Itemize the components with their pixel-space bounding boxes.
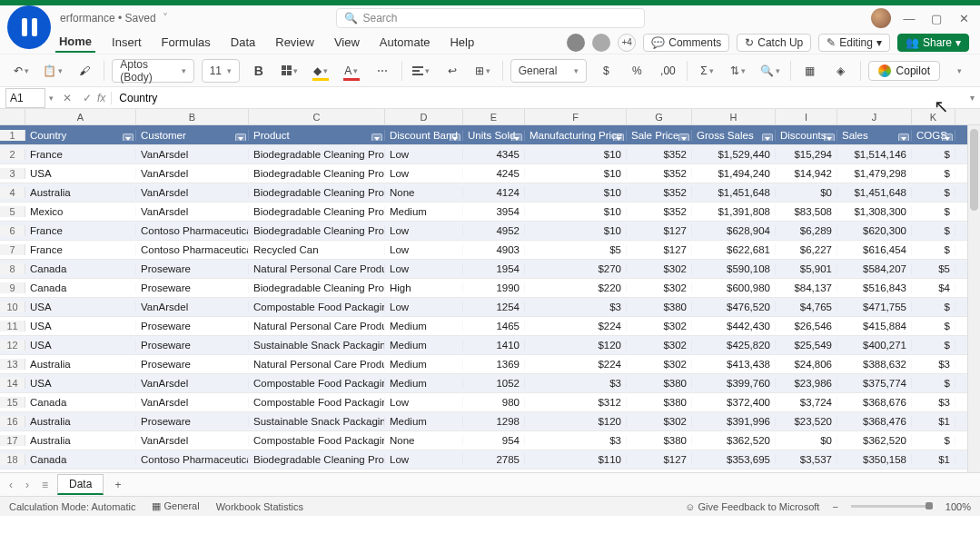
cell[interactable]: 1410 bbox=[463, 340, 525, 351]
cell[interactable]: Canada bbox=[25, 263, 136, 274]
cell[interactable]: $302 bbox=[627, 416, 692, 427]
cell[interactable]: 4903 bbox=[463, 244, 525, 255]
cell[interactable]: Compostable Food Packaging bbox=[249, 397, 385, 408]
table-row[interactable]: 5MexicoVanArsdelBiodegradable Cleaning P… bbox=[0, 203, 980, 222]
sheet-nav-prev[interactable]: ‹ bbox=[5, 479, 16, 491]
doc-title-chevron[interactable]: ˅ bbox=[163, 12, 168, 25]
table-header-cell[interactable]: Units Sold bbox=[463, 130, 525, 141]
table-header-cell[interactable]: Sale Price bbox=[627, 130, 692, 141]
percent-button[interactable]: % bbox=[625, 59, 648, 83]
cell[interactable]: Low bbox=[385, 454, 463, 465]
cell[interactable]: USA bbox=[25, 340, 136, 351]
cell[interactable]: $ bbox=[912, 378, 955, 389]
undo-button[interactable]: ↶▾ bbox=[9, 59, 33, 83]
more-font-button[interactable]: ⋯ bbox=[371, 59, 394, 83]
row-header[interactable]: 5 bbox=[0, 206, 25, 217]
tab-view[interactable]: View bbox=[331, 33, 363, 52]
cell[interactable]: Natural Personal Care Products bbox=[249, 263, 385, 274]
tab-data[interactable]: Data bbox=[227, 33, 259, 52]
cell[interactable]: Medium bbox=[385, 378, 463, 389]
table-row[interactable]: 16AustraliaProsewareSustainable Snack Pa… bbox=[0, 412, 980, 431]
tab-help[interactable]: Help bbox=[446, 33, 478, 52]
cell[interactable]: $10 bbox=[525, 149, 627, 160]
col-header[interactable]: I bbox=[776, 109, 837, 124]
table-header-cell[interactable]: Customer bbox=[136, 130, 249, 141]
autosum-button[interactable]: Σ▾ bbox=[695, 59, 718, 83]
cell[interactable]: $442,430 bbox=[692, 321, 776, 331]
cell[interactable]: $399,760 bbox=[692, 378, 776, 389]
cell[interactable]: $1,451,648 bbox=[837, 187, 912, 198]
col-header[interactable]: C bbox=[249, 109, 385, 124]
filter-icon[interactable] bbox=[678, 134, 689, 141]
cell[interactable]: $4,765 bbox=[776, 302, 837, 312]
cell[interactable]: $380 bbox=[627, 397, 692, 408]
cell[interactable]: Compostable Food Packaging bbox=[249, 378, 385, 389]
cell[interactable]: $352 bbox=[627, 187, 692, 198]
cell[interactable]: 1465 bbox=[463, 321, 525, 331]
cell[interactable]: $ bbox=[912, 149, 955, 160]
cell[interactable]: $415,884 bbox=[837, 321, 912, 331]
cell[interactable]: Low bbox=[385, 149, 463, 160]
sheet-nav-next[interactable]: › bbox=[22, 479, 33, 491]
cell[interactable]: $83,508 bbox=[776, 206, 837, 217]
cell[interactable]: 1990 bbox=[463, 282, 525, 293]
cell[interactable]: Low bbox=[385, 302, 463, 312]
ribbon-expand-button[interactable]: ▾ bbox=[947, 59, 971, 83]
table-header-cell[interactable]: Discounts bbox=[776, 130, 837, 141]
cell[interactable]: 1369 bbox=[463, 359, 525, 370]
cancel-formula-button[interactable]: ✕ bbox=[57, 92, 77, 104]
cell[interactable]: $302 bbox=[627, 321, 692, 331]
cell[interactable]: USA bbox=[25, 321, 136, 331]
cell[interactable]: $3 bbox=[525, 302, 627, 312]
cell[interactable]: High bbox=[385, 282, 463, 293]
paste-button[interactable]: 📋▾ bbox=[40, 59, 65, 83]
cell[interactable]: $620,300 bbox=[837, 225, 912, 236]
cell[interactable]: VanArsdel bbox=[136, 168, 249, 179]
cell[interactable]: $ bbox=[912, 187, 955, 198]
cell[interactable]: $220 bbox=[525, 282, 627, 293]
cell[interactable]: $353,695 bbox=[692, 454, 776, 465]
cell[interactable]: Sustainable Snack Packaging bbox=[249, 340, 385, 351]
cell[interactable]: Natural Personal Care Products bbox=[249, 321, 385, 331]
cell[interactable]: VanArsdel bbox=[136, 302, 249, 312]
col-header[interactable]: A bbox=[25, 109, 136, 124]
row-header[interactable]: 3 bbox=[0, 168, 25, 179]
cell[interactable]: VanArsdel bbox=[136, 397, 249, 408]
cell[interactable]: 3954 bbox=[463, 206, 525, 217]
filter-icon[interactable] bbox=[371, 134, 382, 141]
row-header[interactable]: 10 bbox=[0, 302, 25, 312]
name-box[interactable]: A1 bbox=[5, 88, 45, 108]
cell[interactable]: $270 bbox=[525, 263, 627, 274]
collab-avatar-2[interactable] bbox=[592, 34, 610, 52]
cell[interactable]: Biodegradable Cleaning Products bbox=[249, 454, 385, 465]
cell[interactable]: $352 bbox=[627, 149, 692, 160]
user-avatar[interactable] bbox=[871, 8, 891, 28]
cell[interactable]: Contoso Pharmaceuticals bbox=[136, 244, 249, 255]
cell[interactable]: 1954 bbox=[463, 263, 525, 274]
filter-icon[interactable] bbox=[762, 134, 773, 141]
cell[interactable]: $425,820 bbox=[692, 340, 776, 351]
number-format-select[interactable]: General▾ bbox=[510, 59, 588, 83]
cell[interactable]: $5 bbox=[525, 244, 627, 255]
col-header[interactable]: K bbox=[912, 109, 955, 124]
cell[interactable]: $1,451,648 bbox=[692, 187, 776, 198]
table-row[interactable]: 9CanadaProsewareBiodegradable Cleaning P… bbox=[0, 279, 980, 298]
cell[interactable]: $302 bbox=[627, 340, 692, 351]
tab-insert[interactable]: Insert bbox=[108, 33, 145, 52]
borders-button[interactable]: ▾ bbox=[278, 59, 302, 83]
table-row[interactable]: 6FranceContoso PharmaceuticalsBiodegrada… bbox=[0, 222, 980, 241]
row-header[interactable]: 13 bbox=[0, 359, 25, 370]
cell[interactable]: $120 bbox=[525, 340, 627, 351]
cell[interactable]: VanArsdel bbox=[136, 187, 249, 198]
col-header[interactable]: J bbox=[837, 109, 912, 124]
cell[interactable]: 1298 bbox=[463, 416, 525, 427]
table-row[interactable]: 15CanadaVanArsdelCompostable Food Packag… bbox=[0, 393, 980, 412]
cell[interactable]: Natural Personal Care Products bbox=[249, 359, 385, 370]
cell[interactable]: Low bbox=[385, 168, 463, 179]
cell[interactable]: $3 bbox=[525, 435, 627, 446]
table-header-cell[interactable]: Manufacturing Price bbox=[525, 130, 627, 141]
status-feedback[interactable]: ☺ Give Feedback to Microsoft bbox=[685, 501, 819, 512]
cell[interactable]: $3 bbox=[525, 378, 627, 389]
tab-home[interactable]: Home bbox=[55, 32, 95, 53]
filter-icon[interactable] bbox=[824, 134, 835, 141]
